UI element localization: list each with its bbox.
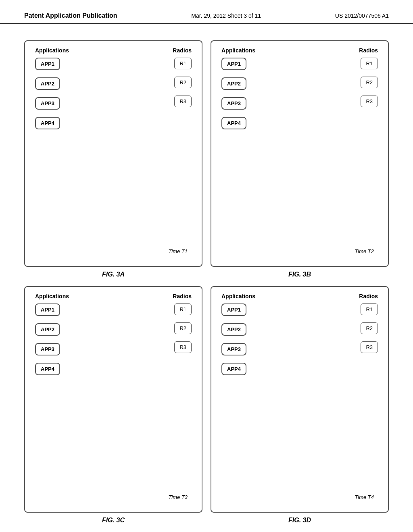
apps-column: APP1APP2APP3APP4	[221, 58, 246, 129]
svg-text:100%: 100%	[85, 104, 96, 109]
radios-column-wrapper: R1R2R3	[174, 303, 192, 353]
svg-text:100%: 100%	[85, 359, 96, 364]
diagram-3B: ApplicationsRadiosAPP1APP2APP3APP4R1R2R3…	[211, 40, 389, 267]
diagram-header-3A: ApplicationsRadios	[31, 47, 196, 54]
svg-line-5	[60, 64, 174, 104]
app-box-app1: APP1	[35, 303, 60, 316]
app-box-app2: APP2	[221, 77, 246, 90]
svg-text:100%: 100%	[85, 58, 96, 63]
apps-column: APP1APP2APP3APP4	[35, 58, 60, 129]
app-box-app2: APP2	[35, 77, 60, 90]
time-label: Time T1	[168, 248, 192, 254]
col-radios-label: Radios	[173, 47, 192, 54]
app-box-app1: APP1	[221, 58, 246, 70]
app-box-app1: APP1	[35, 58, 60, 70]
col-apps-label: Applications	[221, 47, 255, 54]
diagram-header-3D: ApplicationsRadios	[217, 293, 382, 299]
radio-box-r3: R3	[361, 96, 378, 107]
svg-line-21	[60, 328, 174, 330]
figure-3D: ApplicationsRadiosAPP1APP2APP3APP4R1R2R3…	[211, 286, 389, 524]
figures-container: ApplicationsRadiosAPP1APP2APP3APP4R1R2R3…	[0, 32, 413, 532]
svg-text:100%: 100%	[271, 62, 283, 67]
apps-column: APP1APP2APP3APP4	[221, 303, 246, 375]
col-apps-label: Applications	[35, 47, 69, 54]
header-center: Mar. 29, 2012 Sheet 3 of 11	[191, 12, 261, 19]
diagram-body-3B: APP1APP2APP3APP4R1R2R3Time T2100%100%100…	[217, 58, 382, 254]
svg-line-1	[60, 64, 174, 64]
col-radios-label: Radios	[359, 47, 378, 54]
time-label: Time T4	[355, 494, 378, 500]
radio-box-r1: R1	[361, 58, 378, 69]
figure-3C: ApplicationsRadiosAPP1APP2APP3APP4R1R2R3…	[24, 286, 202, 524]
fig-label-3D: FIG. 3D	[288, 517, 311, 524]
svg-line-30	[246, 310, 361, 328]
diagram-header-3C: ApplicationsRadios	[31, 293, 196, 299]
svg-text:20%: 20%	[271, 308, 280, 313]
diagram-body-3D: APP1APP2APP3APP4R1R2R3Time T480%20%100%1…	[217, 303, 382, 500]
radios-column-wrapper: R1R2R3	[361, 58, 378, 107]
app-box-app3: APP3	[221, 343, 246, 355]
svg-line-25	[60, 347, 174, 369]
radio-box-r2: R2	[174, 77, 192, 88]
app-box-app4: APP4	[221, 363, 246, 375]
svg-line-12	[246, 83, 361, 84]
header-right: US 2012/0077506 A1	[335, 12, 389, 19]
app-box-app4: APP4	[221, 117, 246, 129]
svg-line-36	[246, 347, 361, 369]
svg-text:100%: 100%	[271, 108, 283, 113]
diagram-header-3B: ApplicationsRadios	[217, 47, 382, 54]
diagram-body-3C: APP1APP2APP3APP4R1R2R3Time T3100%100%100…	[31, 303, 196, 500]
diagram-3A: ApplicationsRadiosAPP1APP2APP3APP4R1R2R3…	[24, 40, 202, 267]
app-box-app1: APP1	[221, 303, 246, 316]
radio-box-r3: R3	[174, 341, 192, 353]
fig-label-3B: FIG. 3B	[288, 271, 311, 278]
time-label: Time T3	[168, 494, 192, 500]
svg-text:100%: 100%	[85, 74, 96, 79]
svg-line-3	[60, 64, 174, 84]
radio-box-r2: R2	[174, 322, 192, 334]
diagram-3D: ApplicationsRadiosAPP1APP2APP3APP4R1R2R3…	[211, 286, 389, 513]
figure-3A: ApplicationsRadiosAPP1APP2APP3APP4R1R2R3…	[24, 40, 202, 278]
svg-line-23	[60, 347, 174, 349]
apps-column: APP1APP2APP3APP4	[35, 303, 60, 375]
radio-box-r2: R2	[361, 322, 378, 334]
radio-box-r1: R1	[174, 58, 192, 69]
svg-text:100%: 100%	[271, 343, 283, 348]
app-box-app4: APP4	[35, 117, 60, 129]
svg-text:100%: 100%	[271, 78, 283, 83]
radio-box-r2: R2	[361, 77, 378, 88]
svg-text:80%: 80%	[271, 304, 280, 309]
col-radios-label: Radios	[173, 293, 192, 299]
col-radios-label: Radios	[359, 293, 378, 299]
radios-column-wrapper: R1R2R3	[174, 58, 192, 107]
svg-line-34	[246, 347, 361, 349]
svg-line-32	[246, 328, 361, 330]
time-label: Time T2	[355, 248, 378, 254]
figure-3B: ApplicationsRadiosAPP1APP2APP3APP4R1R2R3…	[211, 40, 389, 278]
page-header: Patent Application Publication Mar. 29, …	[0, 0, 413, 24]
app-box-app3: APP3	[35, 97, 60, 110]
svg-text:100%: 100%	[85, 343, 96, 348]
fig-label-3A: FIG. 3A	[102, 271, 125, 278]
app-box-app4: APP4	[35, 363, 60, 375]
svg-text:100%: 100%	[85, 324, 96, 328]
svg-text:100%: 100%	[85, 308, 96, 313]
svg-line-16	[246, 83, 361, 123]
radio-box-r3: R3	[361, 341, 378, 353]
svg-line-10	[246, 64, 361, 83]
svg-line-28	[246, 310, 361, 310]
fig-label-3C: FIG. 3C	[102, 517, 125, 524]
diagram-body-3A: APP1APP2APP3APP4R1R2R3Time T1100%100%100…	[31, 58, 196, 254]
svg-text:100%: 100%	[85, 89, 96, 94]
app-box-app3: APP3	[35, 343, 60, 355]
svg-text:100%: 100%	[271, 359, 283, 364]
svg-line-19	[60, 310, 174, 328]
svg-line-7	[60, 64, 174, 123]
radios-column-wrapper: R1R2R3	[361, 303, 378, 353]
svg-text:100%: 100%	[271, 93, 283, 98]
col-apps-label: Applications	[221, 293, 255, 299]
app-box-app2: APP2	[35, 323, 60, 336]
app-box-app2: APP2	[221, 323, 246, 336]
radio-box-r1: R1	[361, 303, 378, 315]
col-apps-label: Applications	[35, 293, 69, 299]
